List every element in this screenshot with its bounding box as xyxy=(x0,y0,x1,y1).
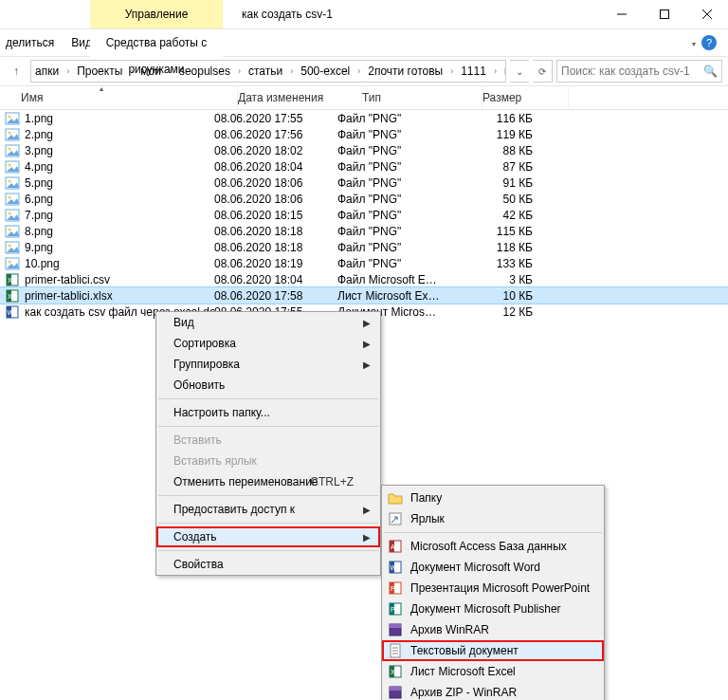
chevron-right-icon: › xyxy=(286,66,297,76)
ribbon-picture-tools[interactable]: Средства работы с рисунками xyxy=(90,29,223,58)
breadcrumb-segment[interactable]: 2почти готовы xyxy=(364,64,446,78)
menu-item[interactable]: Сортировка▶ xyxy=(156,333,380,354)
header-type[interactable]: Тип xyxy=(362,86,482,109)
header-date[interactable]: Дата изменения xyxy=(238,86,362,109)
ribbon-expand-icon[interactable]: ▾ xyxy=(692,40,696,48)
file-row[interactable]: 5.png08.06.2020 18:06Файл "PNG"91 КБ xyxy=(0,175,728,191)
menu-item[interactable]: Архив WinRAR xyxy=(382,619,604,640)
refresh-button[interactable]: ⟳ xyxy=(533,60,553,83)
search-input[interactable]: Поиск: как создать csv-1 🔍 xyxy=(556,60,722,83)
file-size: 119 КБ xyxy=(457,128,542,141)
file-row[interactable]: 1.png08.06.2020 17:55Файл "PNG"116 КБ xyxy=(0,110,728,126)
svg-rect-56 xyxy=(390,687,401,691)
menu-item-icon: W xyxy=(386,560,405,575)
file-type: Файл "PNG" xyxy=(337,193,457,206)
menu-item[interactable]: PПрезентация Microsoft PowerPoint xyxy=(382,578,604,599)
breadcrumb-segment[interactable]: апки xyxy=(31,64,63,78)
file-row[interactable]: 7.png08.06.2020 18:15Файл "PNG"42 КБ xyxy=(0,207,728,223)
file-date: 08.06.2020 18:18 xyxy=(214,241,337,254)
menu-item: Вставить xyxy=(156,430,380,451)
file-icon xyxy=(4,256,21,271)
menu-item[interactable]: Вид▶ xyxy=(156,312,380,333)
menu-item[interactable]: Ярлык xyxy=(382,508,604,529)
file-date: 08.06.2020 18:06 xyxy=(214,193,337,206)
menu-item[interactable]: XЛист Microsoft Excel xyxy=(382,661,604,682)
file-size: 12 КБ xyxy=(457,305,542,319)
titlebar: Управление как создать csv-1 xyxy=(0,0,728,29)
breadcrumb-dropdown[interactable]: ⌄ xyxy=(510,60,529,83)
svg-text:X: X xyxy=(8,293,12,300)
search-placeholder: Поиск: как создать csv-1 xyxy=(561,64,690,78)
header-size[interactable]: Размер xyxy=(482,86,569,109)
menu-item[interactable]: Папку xyxy=(382,488,604,508)
file-size: 88 КБ xyxy=(457,144,542,157)
file-type: Файл "PNG" xyxy=(337,160,457,174)
file-row[interactable]: 9.png08.06.2020 18:18Файл "PNG"118 КБ xyxy=(0,239,728,255)
file-row[interactable]: 10.png08.06.2020 18:19Файл "PNG"133 КБ xyxy=(0,255,728,271)
file-icon xyxy=(4,240,21,255)
file-name: 3.png xyxy=(25,144,214,157)
file-type: Файл "PNG" xyxy=(337,257,457,270)
svg-rect-1 xyxy=(660,10,668,19)
svg-point-7 xyxy=(9,131,11,134)
file-row[interactable]: 6.png08.06.2020 18:06Файл "PNG"50 КБ xyxy=(0,191,728,207)
close-button[interactable] xyxy=(685,0,728,28)
menu-item[interactable]: Группировка▶ xyxy=(156,354,380,375)
menu-item[interactable]: Текстовый документ xyxy=(382,640,604,661)
file-name: 10.png xyxy=(25,257,214,270)
menu-item-icon: P xyxy=(386,601,405,617)
file-icon xyxy=(4,159,21,175)
breadcrumb[interactable]: апки›Проекты›мои›seopulses›статьи›500-ex… xyxy=(30,60,506,83)
file-row[interactable]: Xprimer-tablici.xlsx08.06.2020 17:58Лист… xyxy=(0,287,728,304)
help-icon[interactable]: ? xyxy=(701,35,717,50)
chevron-right-icon: › xyxy=(354,66,364,76)
svg-text:A: A xyxy=(391,543,395,550)
file-date: 08.06.2020 18:04 xyxy=(214,160,337,174)
breadcrumb-segment[interactable]: 500-excel xyxy=(297,64,354,78)
menu-item[interactable]: Отменить переименованиеCTRL+Z xyxy=(156,471,380,492)
maximize-button[interactable] xyxy=(643,0,685,28)
menu-item[interactable]: Обновить xyxy=(156,375,380,396)
file-row[interactable]: 4.png08.06.2020 18:04Файл "PNG"87 КБ xyxy=(0,158,728,175)
file-size: 118 КБ xyxy=(457,241,542,254)
menu-item[interactable]: PДокумент Microsoft Publisher xyxy=(382,599,604,619)
ribbon-tab-manage[interactable]: Управление xyxy=(90,0,223,28)
menu-item[interactable]: AMicrosoft Access База данных xyxy=(382,536,604,557)
svg-rect-47 xyxy=(390,624,401,628)
file-row[interactable]: 8.png08.06.2020 18:18Файл "PNG"115 КБ xyxy=(0,223,728,239)
breadcrumb-segment[interactable]: Проекты xyxy=(73,64,126,78)
context-submenu-new: ПапкуЯрлыкAMicrosoft Access База данныхW… xyxy=(381,485,605,700)
minimize-button[interactable] xyxy=(600,0,643,28)
file-type: Файл "PNG" xyxy=(337,209,457,222)
menu-item[interactable]: Настроить папку... xyxy=(156,402,380,423)
file-row[interactable]: Xprimer-tablici.csv08.06.2020 18:04Файл … xyxy=(0,271,728,287)
menu-item[interactable]: Предоставить доступ к▶ xyxy=(156,499,380,520)
file-size: 50 КБ xyxy=(457,193,542,206)
file-type: Файл Microsoft E… xyxy=(337,273,457,286)
file-row[interactable]: 3.png08.06.2020 18:02Файл "PNG"88 КБ xyxy=(0,142,728,158)
ribbon-bar: делиться Вид Средства работы с рисунками… xyxy=(0,29,728,57)
header-name[interactable]: ▴ Имя xyxy=(0,86,238,109)
breadcrumb-segment[interactable]: как создать csv-1 xyxy=(500,64,506,78)
menu-item[interactable]: WДокумент Microsoft Word xyxy=(382,557,604,578)
ribbon-view[interactable]: Вид xyxy=(71,36,92,49)
ribbon-share[interactable]: делиться xyxy=(6,36,54,49)
file-icon xyxy=(4,208,21,223)
chevron-right-icon: › xyxy=(490,66,500,76)
breadcrumb-segment[interactable]: статьи xyxy=(245,64,286,78)
file-date: 08.06.2020 18:04 xyxy=(214,273,337,286)
menu-item[interactable]: Архив ZIP - WinRAR xyxy=(382,682,604,700)
breadcrumb-segment[interactable]: 1111 xyxy=(457,64,490,78)
menu-separator xyxy=(384,532,602,533)
up-button[interactable]: ↑ xyxy=(6,61,27,82)
menu-item[interactable]: Создать▶ xyxy=(156,526,380,547)
file-icon xyxy=(4,111,21,126)
menu-item[interactable]: Свойства xyxy=(156,554,380,575)
file-name: 9.png xyxy=(25,241,214,254)
file-name: primer-tablici.xlsx xyxy=(25,289,214,303)
submenu-arrow-icon: ▶ xyxy=(363,359,371,370)
file-type: Файл "PNG" xyxy=(337,128,457,141)
search-icon: 🔍 xyxy=(703,64,718,78)
file-row[interactable]: 2.png08.06.2020 17:56Файл "PNG"119 КБ xyxy=(0,126,728,142)
file-icon xyxy=(4,143,21,158)
